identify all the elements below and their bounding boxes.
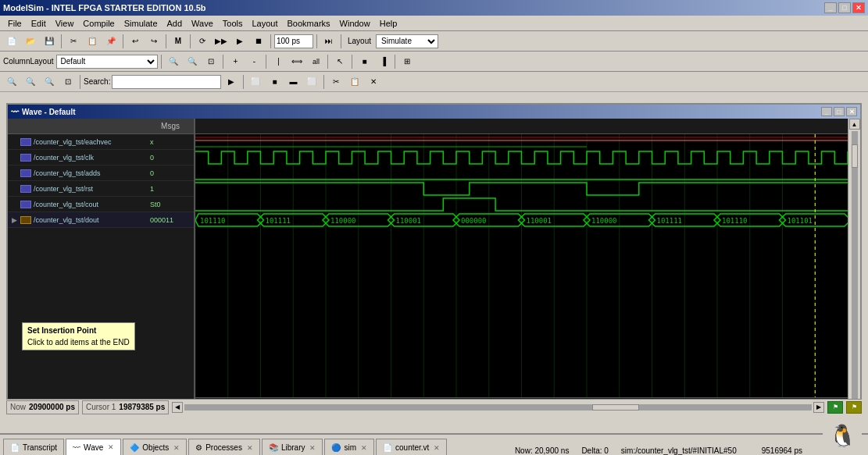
compile-btn[interactable]: M <box>170 34 187 49</box>
minimize-btn[interactable]: _ <box>824 2 837 13</box>
vscroll-track[interactable] <box>852 131 858 400</box>
column-layout-select[interactable]: Default <box>56 55 158 69</box>
copy-btn[interactable]: 📋 <box>84 34 101 49</box>
waveform-style-4[interactable]: ⬜ <box>303 74 320 90</box>
signal-row[interactable]: /counter_vlg_tst/adds 0 <box>8 165 194 181</box>
wave-minimize[interactable]: _ <box>821 107 832 116</box>
time-input[interactable] <box>274 34 313 48</box>
menu-file[interactable]: File <box>3 17 27 30</box>
signal-row[interactable]: ▶ /counter_vlg_tst/dout 000011 <box>8 212 194 228</box>
step-btn[interactable]: ⏭ <box>320 34 338 49</box>
paste-btn[interactable]: 📌 <box>102 34 120 49</box>
tab-objects[interactable]: 🔷 Objects ✕ <box>123 439 187 455</box>
status-icon-yellow: ⚑ <box>846 401 862 414</box>
maximize-btn[interactable]: □ <box>838 2 851 13</box>
expand-icon[interactable] <box>8 151 20 164</box>
open-btn[interactable]: 📂 <box>22 34 39 49</box>
wave-add-sig[interactable]: + <box>227 54 244 69</box>
tab-wave[interactable]: 〰 Wave ✕ <box>66 439 121 455</box>
waveform-style-1[interactable]: ⬜ <box>247 74 264 90</box>
waveform-panel[interactable]: 9600000 ps 10000000 ps 10400000 ps 10800… <box>195 119 848 413</box>
vscroll-up[interactable]: ▲ <box>849 119 860 130</box>
menu-view[interactable]: View <box>51 17 79 30</box>
menu-compile[interactable]: Compile <box>78 17 119 30</box>
close-btn[interactable]: ✕ <box>852 2 865 13</box>
zoom-btn-4[interactable]: ⊡ <box>59 74 77 90</box>
delete-wave[interactable]: ✕ <box>365 74 382 90</box>
run-btn[interactable]: ▶ <box>231 34 248 49</box>
wave-restore[interactable]: □ <box>834 107 845 116</box>
signal-row[interactable]: /counter_vlg_tst/rst 1 <box>8 181 194 197</box>
vertical-scrollbar[interactable]: ▲ ▼ <box>848 119 860 413</box>
menu-simulate[interactable]: Simulate <box>120 17 163 30</box>
status-icon-green: ⚑ <box>827 401 843 414</box>
menu-add[interactable]: Add <box>163 17 188 30</box>
tab-processes-close[interactable]: ✕ <box>247 444 253 452</box>
tab-library-close[interactable]: ✕ <box>309 444 316 452</box>
menu-layout[interactable]: Layout <box>248 17 283 30</box>
tab-sim[interactable]: 🔵 sim ✕ <box>324 439 374 455</box>
menu-window[interactable]: Window <box>335 17 375 30</box>
expand-icon[interactable] <box>8 136 20 148</box>
menu-wave[interactable]: Wave <box>187 17 218 30</box>
run-all-btn[interactable]: ▶▶ <box>213 34 230 49</box>
tab-objects-close[interactable]: ✕ <box>173 444 180 452</box>
tab-sim-close[interactable]: ✕ <box>361 444 367 452</box>
layout-select[interactable]: Simulate <box>376 34 438 48</box>
copy-wave[interactable]: 📋 <box>346 74 363 90</box>
signal-row[interactable]: /counter_vlg_tst/eachvec x <box>8 134 194 150</box>
menu-help[interactable]: Help <box>375 17 402 30</box>
waveform-style-3[interactable]: ▬ <box>284 74 302 90</box>
hscroll-thumb[interactable] <box>592 404 639 411</box>
tab-countervt-close[interactable]: ✕ <box>434 444 440 452</box>
cursor-btn[interactable]: | <box>270 54 287 69</box>
save-btn[interactable]: 💾 <box>41 34 58 49</box>
redo-btn[interactable]: ↪ <box>145 34 163 49</box>
search-go[interactable]: ▶ <box>223 74 240 90</box>
wave-fit[interactable]: ⊡ <box>202 54 220 69</box>
wave-zoom-out[interactable]: 🔍 <box>184 54 201 69</box>
expand-icon[interactable] <box>8 167 20 180</box>
expand-icon[interactable] <box>8 198 20 211</box>
hscroll-right[interactable]: ▶ <box>813 402 824 413</box>
tab-library[interactable]: 📚 Library ✕ <box>262 439 323 455</box>
wave-color[interactable]: ▐ <box>374 54 391 69</box>
all-btn[interactable]: all <box>307 54 324 69</box>
waveform-style-2[interactable]: ■ <box>266 74 283 90</box>
zoom-btn-2[interactable]: 🔍 <box>22 74 39 90</box>
new-btn[interactable]: 📄 <box>3 34 20 49</box>
waveform-canvas[interactable] <box>195 134 848 397</box>
restart-btn[interactable]: ⟳ <box>194 34 211 49</box>
wave-format[interactable]: ■ <box>355 54 373 69</box>
signal-type-icon <box>20 169 31 177</box>
undo-btn[interactable]: ↩ <box>127 34 144 49</box>
cut-wave[interactable]: ✂ <box>327 74 345 90</box>
tab-counter-vt[interactable]: 📄 counter.vt ✕ <box>376 439 447 455</box>
wave-close[interactable]: ✕ <box>846 107 857 116</box>
expand-icon-group[interactable]: ▶ <box>8 214 20 226</box>
signal-arrow[interactable]: ↖ <box>331 54 348 69</box>
signal-row[interactable]: /counter_vlg_tst/clk 0 <box>8 150 194 165</box>
grid-btn[interactable]: ⊞ <box>398 54 416 69</box>
cut-btn[interactable]: ✂ <box>65 34 82 49</box>
wave-del-sig[interactable]: - <box>245 54 263 69</box>
signal-row[interactable]: /counter_vlg_tst/cout St0 <box>8 197 194 212</box>
tab-processes[interactable]: ⚙ Processes ✕ <box>188 439 260 455</box>
zoom-btn-1[interactable]: 🔍 <box>3 74 20 90</box>
cursor2-btn[interactable]: ⟺ <box>288 54 305 69</box>
tab-transcript[interactable]: 📄 Transcript <box>3 439 64 455</box>
menu-edit[interactable]: Edit <box>27 17 51 30</box>
hscroll-track[interactable] <box>184 404 812 411</box>
hscroll-left[interactable]: ◀ <box>172 402 183 413</box>
tab-wave-close[interactable]: ✕ <box>108 443 114 451</box>
menu-bookmarks[interactable]: Bookmarks <box>283 17 335 30</box>
waveform-area[interactable] <box>195 134 848 397</box>
signal-value-4: St0 <box>147 201 194 208</box>
search-input[interactable] <box>112 75 221 89</box>
wave-zoom-in[interactable]: 🔍 <box>165 54 182 69</box>
stop-btn[interactable]: ⏹ <box>250 34 267 49</box>
zoom-btn-3[interactable]: 🔍 <box>41 74 58 90</box>
vscroll-thumb[interactable] <box>852 144 858 168</box>
expand-icon[interactable] <box>8 183 20 195</box>
menu-tools[interactable]: Tools <box>218 17 248 30</box>
